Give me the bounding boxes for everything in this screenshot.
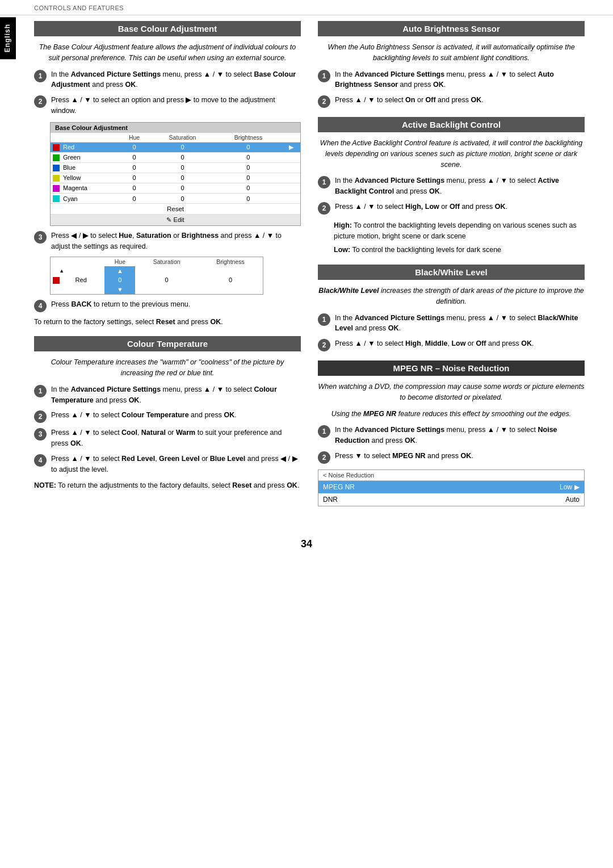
ct-step-4: 4 Press ▲ / ▼ to select Red Level, Green… <box>34 454 301 475</box>
nr-value-dnr: Auto <box>565 496 580 504</box>
active-backlight-intro: When the Active Backlight Control featur… <box>318 138 585 170</box>
table-row: Green 000 <box>51 152 300 162</box>
nr-step-2: 2 Press ▼ to select MPEG NR and press OK… <box>318 451 585 464</box>
ct-step-1: 1 In the Advanced Picture Settings menu,… <box>34 384 301 406</box>
black-white-steps: 1 In the Advanced Picture Settings menu,… <box>318 313 585 352</box>
abl-step-1: 1 In the Advanced Picture Settings menu,… <box>318 175 585 197</box>
active-backlight-steps: 1 In the Advanced Picture Settings menu,… <box>318 175 585 215</box>
step-text-2: Press ▲ / ▼ to select an option and pres… <box>51 95 301 116</box>
mini-adjustment-table: Hue Saturation Brightness ▲ ▲ <box>50 257 263 295</box>
mpeg-nr-section: MPEG NR – Noise Reduction When watching … <box>318 360 585 506</box>
nr-arrow-mpeg: ▶ <box>574 483 580 491</box>
nr-label-dnr: DNR <box>323 496 338 504</box>
step-text-1: In the Advanced Picture Settings menu, p… <box>51 69 301 91</box>
table-row: Red 000 ▶ <box>51 142 300 152</box>
base-colour-section: Base Colour Adjustment The Base Colour A… <box>34 21 301 327</box>
step-text-nr2: Press ▼ to select MPEG NR and press OK. <box>335 451 585 462</box>
nr-label-mpeg: MPEG NR <box>323 483 355 491</box>
nr-step-1: 1 In the Advanced Picture Settings menu,… <box>318 425 585 446</box>
col-hue: Hue <box>119 133 150 142</box>
ct-step-2: 2 Press ▲ / ▼ to select Colour Temperatu… <box>34 410 301 423</box>
base-colour-step-4: 4 Press BACK to return to the previous m… <box>34 299 301 312</box>
table-row: Yellow 000 <box>51 173 300 183</box>
auto-brightness-intro: When the Auto Brightness Sensor is activ… <box>318 42 585 64</box>
step-text-abl2: Press ▲ / ▼ to select High, Low or Off a… <box>335 202 585 212</box>
colour-temperature-title: Colour Temperature <box>34 336 301 351</box>
base-colour-title: Base Colour Adjustment <box>34 21 301 36</box>
black-white-title: Black/White Level <box>318 265 585 280</box>
step-text-bw1: In the Advanced Picture Settings menu, p… <box>335 313 585 334</box>
table-row: Cyan 000 <box>51 193 300 203</box>
step-text-nr1: In the Advanced Picture Settings menu, p… <box>335 425 585 446</box>
colour-temperature-steps: 1 In the Advanced Picture Settings menu,… <box>34 384 301 475</box>
right-column: Auto Brightness Sensor When the Auto Bri… <box>318 21 585 515</box>
edit-row: ✎ Edit <box>51 214 300 225</box>
mpeg-nr-intro1: When watching a DVD, the compression may… <box>318 381 585 403</box>
ct-note: NOTE: To return the adjustments to the f… <box>34 480 301 491</box>
low-note: Low: To control the backlighting levels … <box>334 245 585 255</box>
nr-header: < Noise Reduction <box>318 470 584 481</box>
step-num-4: 4 <box>34 300 47 312</box>
step-num-bw2: 2 <box>318 339 330 351</box>
colour-temperature-intro: Colour Temperature increases the "warmth… <box>34 357 301 379</box>
step-num-ct4: 4 <box>34 454 47 467</box>
col-bright: Brightness <box>215 133 282 142</box>
nr-row-mpeg: MPEG NR Low ▶ <box>318 481 584 493</box>
ct-step-3: 3 Press ▲ / ▼ to select Cool, Natural or… <box>34 427 301 449</box>
step-num-abl1: 1 <box>318 176 330 188</box>
step-text-ct3: Press ▲ / ▼ to select Cool, Natural or W… <box>51 427 301 449</box>
step-num-nr1: 1 <box>318 425 330 438</box>
step-text-ab2: Press ▲ / ▼ to select On or Off and pres… <box>335 95 585 106</box>
table-row: Magenta 000 <box>51 183 300 193</box>
step-num-nr2: 2 <box>318 451 330 464</box>
step-text-bw2: Press ▲ / ▼ to select High, Middle, Low … <box>335 338 585 349</box>
col-sat: Saturation <box>150 133 215 142</box>
step-num-1: 1 <box>34 70 47 82</box>
ab-step-1: 1 In the Advanced Picture Settings menu,… <box>318 69 585 91</box>
active-backlight-section: Active Backlight Control When the Active… <box>318 117 585 255</box>
step-text-ct2: Press ▲ / ▼ to select Colour Temperature… <box>51 410 301 421</box>
black-white-section: Black/White Level Black/White Level incr… <box>318 265 585 351</box>
step-num-2: 2 <box>34 95 47 108</box>
page-header: CONTROLS AND FEATURES <box>0 0 613 15</box>
step-num-3: 3 <box>34 231 47 244</box>
nr-right-dnr: Auto <box>565 496 580 504</box>
page-number: 34 <box>0 532 613 561</box>
step-num-ct1: 1 <box>34 385 47 397</box>
colour-temperature-section: Colour Temperature Colour Temperature in… <box>34 336 301 491</box>
step-num-ab2: 2 <box>318 95 330 108</box>
nr-row-dnr: DNR Auto <box>318 493 584 506</box>
noise-reduction-table: < Noise Reduction MPEG NR Low ▶ DNR Auto <box>318 469 585 506</box>
nr-right-mpeg: Low ▶ <box>560 483 580 491</box>
table-row: Red 0 0 0 <box>51 275 263 285</box>
mpeg-nr-title: MPEG NR – Noise Reduction <box>318 360 585 376</box>
step-text-ct4: Press ▲ / ▼ to select Red Level, Green L… <box>51 454 301 475</box>
step-num-ct3: 3 <box>34 428 47 441</box>
step-num-ct2: 2 <box>34 410 47 423</box>
step-num-ab1: 1 <box>318 70 330 82</box>
base-colour-step-1: 1 In the Advanced Picture Settings menu,… <box>34 69 301 91</box>
active-backlight-title: Active Backlight Control <box>318 117 585 132</box>
table-row: Blue 000 <box>51 162 300 173</box>
mpeg-nr-steps: 1 In the Advanced Picture Settings menu,… <box>318 425 585 464</box>
nr-value-mpeg: Low <box>560 483 572 491</box>
base-colour-steps: 1 In the Advanced Picture Settings menu,… <box>34 69 301 116</box>
base-colour-step-2: 2 Press ▲ / ▼ to select an option and pr… <box>34 95 301 116</box>
step-text-abl1: In the Advanced Picture Settings menu, p… <box>335 175 585 197</box>
table-header: Base Colour Adjustment <box>51 123 300 133</box>
step-text-4: Press BACK to return to the previous men… <box>51 299 301 310</box>
base-colour-note: To return to the factory settings, selec… <box>34 317 301 328</box>
table-row: ▲ ▲ <box>51 266 263 275</box>
english-tab: English <box>0 17 16 59</box>
reset-row: Reset <box>51 203 300 214</box>
mpeg-nr-intro2: Using the MPEG NR feature reduces this e… <box>318 409 585 420</box>
auto-brightness-title: Auto Brightness Sensor <box>318 21 585 36</box>
base-colour-intro: The Base Colour Adjustment feature allow… <box>34 42 301 64</box>
abl-step-2: 2 Press ▲ / ▼ to select High, Low or Off… <box>318 202 585 215</box>
base-colour-step-3: 3 Press ◀ / ▶ to select Hue, Saturation … <box>34 230 301 252</box>
table-row: ▼ <box>51 285 263 294</box>
bw-step-2: 2 Press ▲ / ▼ to select High, Middle, Lo… <box>318 338 585 351</box>
ab-step-2: 2 Press ▲ / ▼ to select On or Off and pr… <box>318 95 585 108</box>
step-text-3: Press ◀ / ▶ to select Hue, Saturation or… <box>51 230 301 252</box>
base-colour-table: Base Colour Adjustment Hue Saturation Br… <box>50 122 301 227</box>
